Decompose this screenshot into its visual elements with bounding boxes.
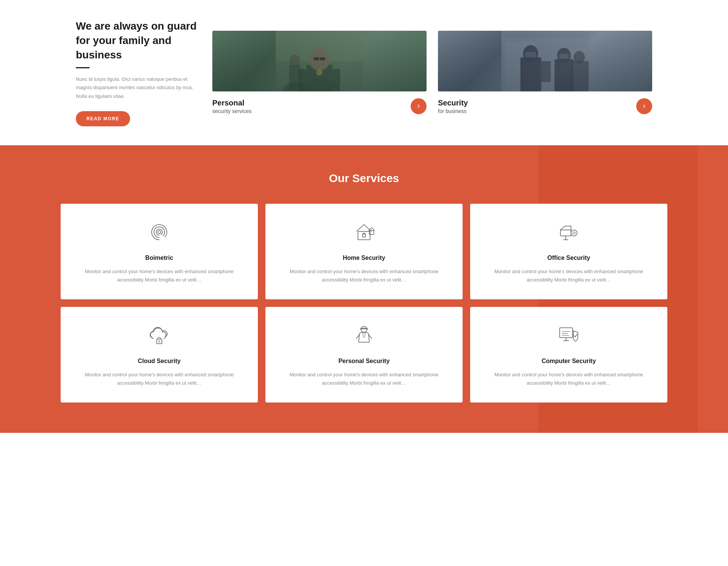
business-card-text: Security for business [438, 99, 468, 114]
services-grid: Boimetric Monitor and control your home'… [61, 204, 667, 402]
svg-rect-32 [560, 230, 571, 236]
service-card-computer: Computer Security Monitor and control yo… [470, 307, 667, 402]
service-title-personal: Personal Security [277, 358, 451, 365]
svg-point-27 [574, 51, 585, 64]
svg-rect-22 [555, 59, 574, 91]
svg-point-10 [317, 69, 323, 75]
svg-point-4 [309, 48, 330, 71]
svg-rect-5 [314, 57, 319, 60]
services-section: Our Services [0, 145, 728, 433]
svg-point-23 [557, 48, 571, 63]
svg-point-42 [158, 341, 160, 342]
svg-point-13 [290, 55, 300, 66]
service-desc-boimetric: Monitor and control your home's devices … [72, 267, 246, 284]
personal-card-footer: Personal security services [212, 98, 427, 114]
service-card-boimetric: Boimetric Monitor and control your home'… [61, 204, 258, 299]
service-card-home: Home Security Monitor and control your h… [265, 204, 463, 299]
svg-rect-17 [521, 57, 541, 91]
riot-image [438, 31, 652, 91]
home-security-icon [351, 219, 377, 245]
svg-point-34 [573, 232, 575, 234]
personal-card-text: Personal security services [212, 99, 251, 114]
business-card-title: Security [438, 99, 468, 107]
svg-rect-26 [572, 61, 589, 91]
svg-point-18 [523, 45, 538, 62]
svg-rect-1 [276, 31, 363, 61]
svg-rect-25 [560, 54, 569, 58]
service-title-boimetric: Boimetric [72, 255, 246, 261]
svg-rect-9 [333, 69, 340, 88]
svg-rect-14 [502, 31, 589, 91]
service-title-home: Home Security [277, 255, 451, 261]
service-title-computer: Computer Security [482, 358, 656, 365]
officer-illustration [212, 31, 427, 91]
top-images: Personal security services [212, 31, 652, 114]
service-title-office: Office Security [482, 255, 656, 261]
svg-rect-19 [525, 52, 537, 58]
svg-rect-30 [362, 234, 366, 237]
svg-point-2 [299, 78, 340, 91]
svg-line-36 [560, 226, 565, 230]
svg-rect-8 [299, 69, 306, 88]
svg-point-11 [284, 82, 306, 91]
svg-rect-41 [157, 339, 162, 344]
svg-rect-0 [276, 31, 363, 91]
officer-image [212, 31, 427, 91]
computer-shield-icon [555, 322, 582, 349]
top-section: We are always on guard for your family a… [0, 0, 728, 145]
svg-rect-21 [538, 61, 551, 82]
svg-rect-15 [502, 38, 589, 91]
svg-rect-16 [505, 42, 536, 91]
personal-card-subtitle: security services [212, 108, 251, 114]
body-text: Nunc id turpis ligula. Orci varius natoq… [76, 75, 197, 100]
headline-divider [76, 67, 89, 68]
service-title-cloud: Cloud Security [72, 358, 246, 365]
svg-rect-20 [526, 52, 536, 57]
svg-rect-29 [358, 231, 370, 240]
business-card-footer: Security for business [438, 98, 652, 114]
read-more-button[interactable]: READ MORE [76, 111, 130, 126]
services-title: Our Services [61, 172, 667, 185]
service-card-office: Office Security Monitor and control your… [470, 204, 667, 299]
svg-rect-24 [559, 53, 569, 59]
service-card-cloud: Cloud Security Monitor and control your … [61, 307, 258, 402]
service-desc-personal: Monitor and control your home's devices … [277, 371, 451, 387]
svg-point-43 [361, 326, 367, 332]
business-card-subtitle: for business [438, 108, 468, 114]
service-desc-office: Monitor and control your home's devices … [482, 267, 656, 284]
fingerprint-icon [146, 219, 173, 245]
service-card-personal: Personal Security Monitor and control yo… [265, 307, 463, 402]
service-desc-cloud: Monitor and control your home's devices … [72, 371, 246, 387]
cloud-lock-icon [146, 322, 173, 349]
svg-point-28 [158, 231, 161, 234]
top-left-content: We are always on guard for your family a… [76, 19, 197, 126]
riot-illustration [438, 31, 652, 91]
svg-rect-12 [289, 65, 301, 90]
svg-point-33 [571, 230, 577, 236]
service-desc-computer: Monitor and control your home's devices … [482, 371, 656, 387]
svg-rect-3 [306, 65, 333, 91]
svg-rect-47 [560, 328, 573, 338]
service-desc-home: Monitor and control your home's devices … [277, 267, 451, 284]
headline: We are always on guard for your family a… [76, 19, 197, 62]
camera-icon [555, 219, 582, 245]
business-arrow-button[interactable] [636, 98, 652, 114]
chevron-right-icon [642, 104, 647, 109]
personal-arrow-button[interactable] [411, 98, 427, 114]
business-security-card: Security for business [438, 31, 652, 114]
personal-security-card: Personal security services [212, 31, 427, 114]
personal-card-title: Personal [212, 99, 251, 107]
svg-rect-6 [320, 57, 325, 60]
person-shield-icon [351, 322, 377, 349]
chevron-right-icon [416, 104, 421, 109]
